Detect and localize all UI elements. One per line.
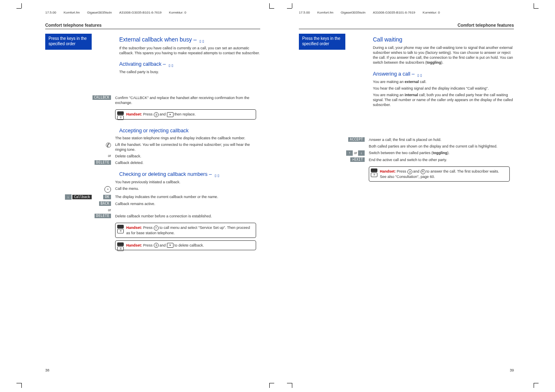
menu-icon[interactable]: ≡ [104, 186, 111, 193]
tip3-prefix: Handset: [126, 243, 142, 247]
lift-text: Lift the handset. You will be connected … [115, 142, 256, 152]
tip-box-right: ⠿ Handset: Press ➲ and R to answer the c… [369, 166, 510, 182]
accept-text: Answer a call; the first call is placed … [369, 137, 510, 142]
lift-handset-icon: ✆ [106, 142, 111, 149]
tip2-prefix: Handset: [126, 226, 142, 230]
or-right: or [354, 151, 357, 155]
hdr-partno-r: A31008-G3035-B101-6-7619 [373, 11, 415, 14]
hdr-product-r: Gigaset3035isdn [341, 11, 365, 14]
display-ind: The display indicates the current callba… [115, 194, 256, 199]
accept-button[interactable]: ACCEPT [348, 137, 365, 142]
prev-init: You have previously initiated a callback… [115, 180, 256, 184]
dual-icon: ▯▯ [169, 64, 173, 67]
down-arrow-button[interactable]: ↓ [65, 194, 72, 200]
hdr-file: Komfort.fm [64, 11, 80, 14]
menu-round-icon: ≡ [154, 226, 159, 231]
int-call-line: You are making an internal call; both yo… [373, 92, 514, 107]
h-call-waiting: Call waiting [373, 36, 514, 43]
intro-text-left: If the subscriber you have called is cur… [119, 46, 260, 55]
hdr-product: Gigaset3035isdn [87, 11, 112, 14]
h-external-callback: External callback when busy – ▯▯ [119, 36, 260, 43]
del-before: Delete callback number before a connecti… [115, 214, 256, 219]
section-header-left: Comfort telephone features [45, 23, 260, 29]
tip-box-1: ⠿ Handset: Press ➲ and ▾ then replace. [115, 109, 256, 120]
callback-menu-item[interactable]: Callback [72, 195, 92, 199]
ok-button[interactable]: OK [103, 195, 111, 199]
handset-tip-icon: ⠿ [117, 242, 124, 251]
handset-tip-icon: ⠿ [371, 168, 377, 177]
hdr-date-r: 17.5.00 [299, 11, 310, 14]
end-active: End the active call and switch to the ot… [369, 157, 510, 162]
or-1: or [45, 154, 115, 158]
blue-l2-right: specified order [302, 42, 329, 46]
right-arrow-icon: ➲ [154, 112, 159, 117]
hear-signal: You hear the call waiting signal and the… [373, 86, 514, 91]
dual-icon: ▯▯ [215, 174, 220, 178]
down-key-icon: ▾ [167, 243, 173, 248]
page-number-right: 39 [510, 368, 514, 372]
header-left: 17.5.00 Komfort.fm Gigaset3035isdn A3100… [45, 11, 186, 14]
blue-instruction-box-right: Press the keys in the specified order [299, 34, 345, 50]
handset-tip-icon: ⠿ [117, 111, 124, 120]
blue-l1-right: Press the keys in the [302, 36, 340, 41]
h-checking: Checking or deleting callback numbers – … [119, 171, 260, 178]
r-key-icon: R [421, 169, 426, 174]
toggle-text: Switch between the two called parties (t… [369, 150, 510, 155]
h-answering: Answering a call – ▯▯ [373, 71, 514, 77]
section-header-right: Comfort telephone features [299, 23, 514, 29]
hdr-korr: Korrektur: 0 [169, 11, 186, 14]
page-number-left: 38 [45, 368, 49, 372]
hdr-korr-r: Korrektur: 0 [423, 11, 440, 14]
blue-l1-left: Press the keys in the [49, 36, 87, 41]
cb-active: Callback remains active. [115, 201, 256, 206]
right-arrow-icon: ➲ [154, 243, 159, 248]
deleted-text: Callback deleted. [115, 160, 256, 165]
delete-cb: Delete callback. [115, 154, 256, 159]
content-col-right: Call waiting During a call, your phone m… [373, 36, 514, 109]
section-title-left: Comfort telephone features [45, 23, 260, 28]
delete-button-2[interactable]: DELETE [95, 214, 111, 218]
section-rule-right [299, 29, 514, 29]
section-title-right: Comfort telephone features [299, 23, 514, 28]
h-accepting: Accepting or rejecting callback [119, 128, 260, 134]
ext-call-line: You are making an external call. [373, 79, 514, 84]
callbck-desc: Confirm "CALLBCK" and replace the handse… [115, 95, 256, 105]
both-shown: Both called parties are shown on the dis… [369, 144, 510, 149]
hdr-file-r: Komfort.fm [317, 11, 333, 14]
down-arrow-button[interactable]: ↓ [358, 150, 365, 156]
dual-icon: ▯▯ [417, 74, 422, 77]
h-activating: Activating callback – ▯▯ [119, 61, 260, 67]
tip-r-prefix: Handset: [380, 169, 396, 173]
handset-tip-icon: ⠿ [117, 225, 124, 233]
line-busy: The called party is busy. [119, 69, 260, 74]
tip1-prefix: Handset: [126, 112, 142, 116]
or-2: or [45, 208, 115, 212]
tip-box-2: ⠿ Handset: Press ≡ to call menu and sele… [115, 223, 256, 238]
dual-icon: ▯▯ [199, 40, 204, 43]
hdr-date: 17.5.00 [45, 11, 56, 14]
intro-right: During a call, your phone may use the ca… [373, 45, 514, 65]
blue-instruction-box-left: Press the keys in the specified order [45, 34, 92, 50]
right-page: 17.5.00 Komfort.fm Gigaset3035isdn A3100… [278, 0, 555, 392]
hdr-partno: A31008-G3035-B101-6-7619 [119, 11, 162, 14]
accept-intro: The base station telephone rings and the… [115, 136, 256, 141]
callbck-button[interactable]: CALLBCK [92, 95, 111, 100]
content-col-left: External callback when busy – ▯▯ If the … [119, 36, 260, 76]
section-rule-left [45, 29, 260, 29]
down-key-icon: ▾ [167, 112, 173, 117]
tip-box-3: ⠿ Handset: Press ➲ and ▾ to delete callb… [115, 240, 256, 251]
right-arrow-icon: ➲ [407, 169, 412, 174]
back-button[interactable]: BACK [99, 201, 111, 206]
up-arrow-button[interactable]: ↑ [346, 150, 353, 156]
blue-l2-left: specified order [49, 42, 76, 46]
header-right: 17.5.00 Komfort.fm Gigaset3035isdn A3100… [299, 11, 440, 14]
left-page: 17.5.00 Komfort.fm Gigaset3035isdn A3100… [0, 0, 278, 392]
exit-button[interactable]: >EXIT [350, 157, 365, 162]
delete-button-1[interactable]: DELETE [95, 160, 111, 165]
call-menu: Call the menu. [115, 186, 256, 191]
